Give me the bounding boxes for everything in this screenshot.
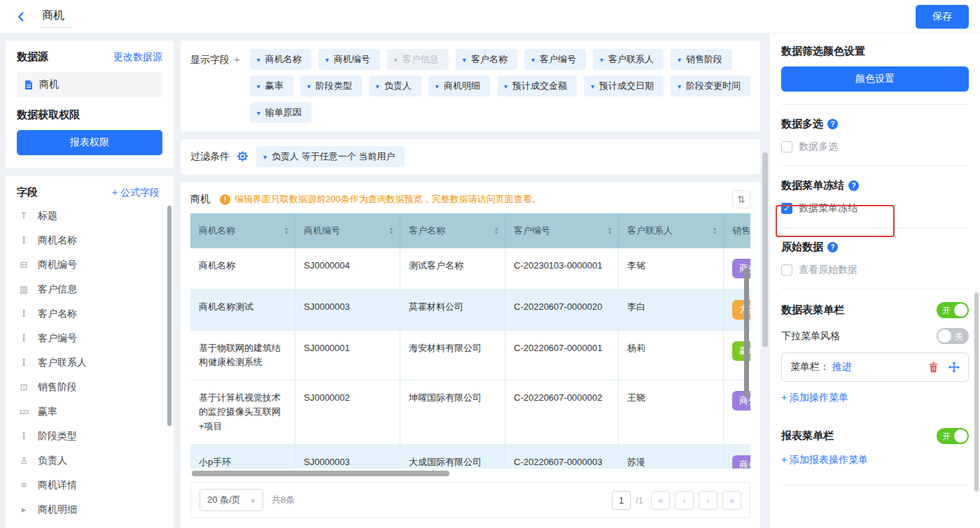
filter-condition-chip[interactable]: ▾ 负责人 等于任意一个 当前用户 [256,146,405,167]
display-field-chip[interactable]: ▾客户联系人 [593,49,664,70]
help-icon[interactable]: ? [827,119,838,129]
display-field-chip[interactable]: ▾商机名称 [250,49,312,70]
move-icon[interactable] [948,362,960,373]
table-cell: 大成国际有限公司 [400,445,505,469]
field-item[interactable]: ⊡销售阶段 [17,375,167,399]
multi-select-checkbox-row[interactable]: 数据多选 [781,141,969,153]
checkbox-checked[interactable]: ✓ [781,203,792,214]
menu-item-row[interactable]: 菜单栏： 推进 [781,352,969,382]
column-header-label: 销售阶段 [732,224,750,237]
sort-arrows-icon[interactable]: ▴▾ [495,227,498,235]
warning-icon: ! [220,194,230,205]
datasource-item[interactable]: 商机 [17,72,162,97]
display-field-chip[interactable]: ▾阶段变更时间 [671,76,750,97]
field-item[interactable]: ≡商机详情 [17,473,167,497]
report-permission-button[interactable]: 报表权限 [17,130,162,155]
sort-arrows-icon[interactable]: ▴▾ [713,227,716,235]
chevron-down-icon: ▾ [435,83,439,90]
column-header[interactable]: 销售阶段 [724,213,750,248]
add-action-menu-link[interactable]: + 添加操作菜单 [781,392,969,404]
divider [781,289,969,290]
document-icon [24,80,34,90]
checkbox-unchecked[interactable] [781,264,792,276]
add-report-action-menu-link[interactable]: + 添加报表操作菜单 [781,454,969,466]
sort-icon[interactable]: ⇅ [732,190,750,208]
column-header[interactable]: 客户编号▴▾ [505,213,619,248]
chip-label: 输单原因 [265,106,302,119]
report-menubar-title: 报表菜单栏 [781,429,834,443]
data-preview-card: 商机 ! 编辑界面只取数据源前200条作为查询数据预览，完整数据请访问页面查看。… [181,182,760,528]
display-field-chip[interactable]: ▾赢率 [250,76,293,97]
column-header[interactable]: 商机编号▴▾ [295,213,400,248]
table-menubar-toggle[interactable]: 开 [937,302,969,318]
display-field-chip[interactable]: ▾阶段类型 [300,76,362,97]
chevron-down-icon: ▾ [263,153,267,161]
field-item[interactable]: ⊟商机编号 [17,252,167,277]
display-field-chip[interactable]: ▾销售阶段 [671,49,732,70]
table-vertical-scrollbar[interactable] [744,268,749,397]
display-field-chip[interactable]: ▾负责人 [369,76,421,97]
column-header[interactable]: 客户联系人▴▾ [619,213,724,248]
table-horizontal-scrollbar[interactable] [192,471,449,476]
chip-label: 阶段变更时间 [686,80,741,92]
add-formula-field-link[interactable]: + 公式字段 [112,187,160,199]
field-item[interactable]: I客户编号 [17,326,167,350]
chip-label: 客户联系人 [608,53,654,66]
display-field-chip[interactable]: ▾客户信息 [387,49,449,70]
next-page-button[interactable]: › [699,491,718,510]
total-count: 共8条 [272,494,295,506]
settings-scrollbar[interactable] [974,292,979,492]
table-row: 商机名称测试SJ0000003莫霍材料公司C-20220607-0000020李… [190,290,750,331]
save-button[interactable]: 保存 [916,5,969,29]
sort-arrows-icon[interactable]: ▴▾ [608,227,611,235]
field-item[interactable]: 123赢率 [17,399,167,424]
display-field-chip[interactable]: ▾商机编号 [318,49,380,70]
help-icon[interactable]: ? [848,180,859,191]
dropdown-style-toggle[interactable]: 关 [937,328,969,344]
datasource-title: 数据源 [17,50,48,64]
report-menubar-toggle[interactable]: 开 [937,428,969,444]
field-item[interactable]: 123预计成交金额 [17,522,167,528]
table-cell: C-20220607-0000020 [505,290,619,331]
id-icon: ⊟ [17,259,31,270]
display-field-chip[interactable]: ▾客户名称 [456,49,517,70]
main-scrollbar[interactable] [762,152,768,347]
help-icon[interactable]: ? [827,242,838,252]
add-display-field-button[interactable]: + [234,53,240,65]
field-item[interactable]: I客户名称 [17,301,167,326]
display-field-chip[interactable]: ▾预计成交日期 [584,76,664,97]
menu-freeze-checkbox-row[interactable]: ✓ 数据菜单冻结 [781,202,969,215]
prev-page-button[interactable]: ‹ [675,491,694,510]
display-field-chip[interactable]: ▾预计成交金额 [497,76,577,97]
page-number-input[interactable]: 1 [612,491,631,510]
display-field-chip[interactable]: ▾客户编号 [524,49,586,70]
change-datasource-link[interactable]: 更改数据源 [113,51,162,64]
display-field-chip[interactable]: ▾输单原因 [250,102,312,123]
trash-icon[interactable] [928,362,939,373]
checkbox-unchecked[interactable] [781,141,792,152]
page-size-select[interactable]: 20 条/页 ∨ [200,489,263,511]
field-item[interactable]: I客户联系人 [17,350,167,375]
raw-data-checkbox-row[interactable]: 查看原始数据 [781,264,969,276]
permission-title: 数据获取权限 [17,108,162,122]
display-field-chip[interactable]: ▾商机明细 [428,76,490,97]
column-header[interactable]: 客户名称▴▾ [400,213,505,248]
table-horizontal-scrollbar-track [190,471,750,476]
table-cell: SJ0000003 [295,290,400,331]
field-item[interactable]: I阶段类型 [17,424,167,448]
back-icon[interactable] [11,11,31,22]
field-item[interactable]: ▸商机明细 [17,497,167,522]
field-item[interactable]: T标题 [17,204,167,228]
field-item[interactable]: I商机名称 [17,228,167,252]
color-settings-button[interactable]: 颜色设置 [781,66,969,92]
fields-scrollbar[interactable] [167,206,172,426]
last-page-button[interactable]: » [722,491,741,510]
gear-icon[interactable] [237,150,249,163]
sort-arrows-icon[interactable]: ▴▾ [285,227,288,235]
field-item[interactable]: ♙负责人 [17,448,167,473]
sort-arrows-icon[interactable]: ▴▾ [390,227,393,235]
column-header[interactable]: 商机名称▴▾ [190,213,295,248]
first-page-button[interactable]: « [651,491,670,510]
field-item[interactable]: ▥客户信息 [17,277,167,301]
color-settings-title: 数据筛选颜色设置 [781,45,969,58]
